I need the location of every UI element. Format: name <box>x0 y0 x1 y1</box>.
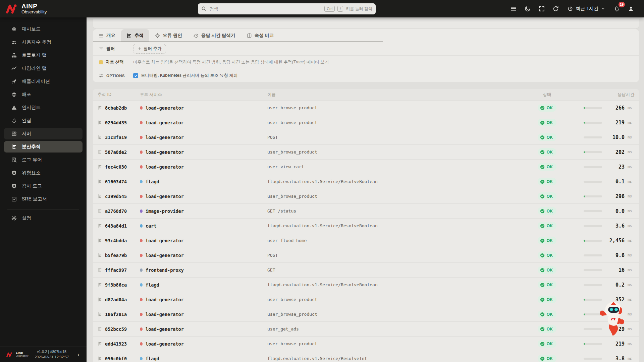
check-circle-icon <box>540 356 545 361</box>
add-filter-button[interactable]: 필터 추가 <box>133 44 166 54</box>
sidebar-item-label: 서버 <box>22 131 31 137</box>
theme-toggle-button[interactable] <box>522 3 533 14</box>
brand-logo[interactable]: AINP Observability <box>0 3 101 14</box>
trace-id: b5fea79b <box>105 253 127 258</box>
span-name: user_browse_product <box>267 194 317 199</box>
refresh-button[interactable] <box>550 3 561 14</box>
trace-table-row[interactable]: 93c4bdda load-generator user_flood_home … <box>93 233 639 248</box>
hamburger-icon <box>511 6 517 12</box>
service-color-dot <box>140 136 143 139</box>
sidebar-item-trace[interactable]: 분산추적 <box>4 141 83 153</box>
status-badge: OK <box>538 192 557 200</box>
duration-unit: ms <box>628 179 634 184</box>
menu-button[interactable] <box>508 3 519 14</box>
sidebar-collapse-button[interactable]: ‹ <box>75 352 82 358</box>
trace-icon <box>98 165 102 169</box>
ainp-logo-small-icon <box>6 352 13 358</box>
trace-icon <box>98 342 102 346</box>
sidebar-item-label: 위험요소 <box>22 170 41 176</box>
time-range-selector[interactable]: 최근 1시간 <box>564 3 608 14</box>
span-name: GET <box>267 267 275 273</box>
col-root-service: 루트 서비스 <box>140 92 267 98</box>
span-name: user_browse_product <box>267 297 317 302</box>
duration-bar <box>584 151 602 153</box>
history-clock-icon <box>568 6 573 11</box>
trace-table-row[interactable]: 587a8de2 load-generator user_browse_prod… <box>93 144 639 159</box>
duration-value: 9.6 <box>605 252 625 258</box>
sidebar-item-shieldlock[interactable]: 위험요소 <box>4 167 83 179</box>
trace-table-row[interactable]: c399d545 load-generator user_browse_prod… <box>93 189 639 203</box>
duration-value: 16 <box>605 267 625 273</box>
trace-table-row[interactable]: a2768d70 image-provider GET /status OK 0… <box>93 203 639 218</box>
trace-table-row[interactable]: 31c8fa19 load-generator POST OK 10.0 ms <box>93 130 639 144</box>
user-menu-button[interactable] <box>625 3 637 14</box>
trace-table-row[interactable]: edd41923 load-generator user_browse_prod… <box>93 336 639 351</box>
checkbox-icon[interactable] <box>133 73 138 78</box>
shieldlock-icon <box>11 170 17 176</box>
sidebar-item-users[interactable]: 사용자수 추정 <box>4 37 83 48</box>
timeline-icon <box>11 66 17 71</box>
sidebar-item-helm[interactable]: 대시보드 <box>4 23 83 35</box>
global-search[interactable]: Ctrl / 키를 눌러 검색 <box>198 3 376 14</box>
trace-table-row[interactable]: 186f281a load-generator user_browse_prod… <box>93 307 639 321</box>
plus-icon <box>138 47 142 51</box>
check-circle-icon <box>540 209 545 214</box>
trace-table-row[interactable]: 9f3b86ca flagd flagd.evaluation.v1.Servi… <box>93 277 639 292</box>
trace-icon <box>98 238 102 243</box>
sidebar-item-warning[interactable]: 인시던트 <box>4 102 83 113</box>
sidebar-item-timeline[interactable]: 타임라인 맵 <box>4 63 83 74</box>
tab-list[interactable]: 개요 <box>93 29 121 42</box>
keycap-slash: / <box>337 6 343 12</box>
sidebar-item-label: 타임라인 맵 <box>22 65 47 71</box>
trace-id: edd41923 <box>105 341 127 347</box>
sidebar-item-bell[interactable]: 알림 <box>4 115 83 126</box>
span-name: user_flood_home <box>267 238 307 243</box>
root-service-name: load-generator <box>146 149 184 155</box>
sidebar-item-gear[interactable]: 설정 <box>4 213 83 224</box>
trace-table-row[interactable]: b5fea79b load-generator POST OK 9.6 ms <box>93 248 639 262</box>
tab-trace[interactable]: 추적 <box>121 29 149 42</box>
sidebar-item-layers[interactable]: 배포 <box>4 89 83 100</box>
exclude-aux-requests-checkbox[interactable]: 모니터링, Kubernetes 관리서버 등의 보조 요청 제외 <box>133 73 237 78</box>
tab-clock[interactable]: 응답 시간 탐색기 <box>188 29 241 42</box>
sidebar-item-logview[interactable]: 로그 뷰어 <box>4 154 83 166</box>
trace-id: c399d545 <box>105 194 127 199</box>
trace-table-row[interactable]: 61603474 flagd flagd.evaluation.v1.Servi… <box>93 174 639 189</box>
duration-bar <box>584 195 602 197</box>
search-input[interactable] <box>209 6 322 11</box>
brand-name: AINP <box>21 3 47 10</box>
trace-table-row[interactable]: 056c0bf0 flagd flagd.evaluation.v1.Servi… <box>93 351 639 362</box>
status-badge: OK <box>538 163 557 171</box>
trace-table-row[interactable]: 852bcc59 load-generator user_get_ads OK … <box>93 321 639 336</box>
duration-unit: ms <box>628 209 634 213</box>
sidebar-item-rocket[interactable]: 애플리케이션 <box>4 76 83 87</box>
status-badge: OK <box>538 104 557 112</box>
assistant-mascot[interactable] <box>598 301 629 337</box>
sidebar-item-shieldsearch[interactable]: 감사 로그 <box>4 180 83 192</box>
span-name: user_browse_product <box>267 120 317 125</box>
trace-icon <box>98 120 102 125</box>
sidebar-item-server[interactable]: 서버 <box>4 128 83 139</box>
trace-table-row[interactable]: d82ad04a load-generator user_browse_prod… <box>93 292 639 307</box>
trace-table-row[interactable]: 643a84d1 cart flagd.evaluation.v1.Servic… <box>93 218 639 233</box>
ainp-logo-icon <box>5 3 18 14</box>
notifications-button[interactable]: 19 <box>611 3 623 14</box>
duration-value: 266 <box>605 105 625 111</box>
sidebar-item-report[interactable]: SRE 보고서 <box>4 193 83 205</box>
root-service-name: cart <box>146 223 157 229</box>
crosshair-icon <box>155 33 160 38</box>
trace-table-row[interactable]: 8cbab2db load-generator user_browse_prod… <box>93 100 639 115</box>
sidebar-item-topology[interactable]: 토폴로지 맵 <box>4 50 83 61</box>
service-color-dot <box>140 121 143 124</box>
trace-table-row[interactable]: fec4c030 load-generator user_view_cart O… <box>93 159 639 174</box>
trace-table-row[interactable]: 0294d435 load-generator user_browse_prod… <box>93 115 639 130</box>
col-response-time: 응답시간 <box>571 92 634 98</box>
trace-table-row[interactable]: fffac997 frontend-proxy GET OK 16 ms <box>93 262 639 277</box>
trace-id: 9f3b86ca <box>105 282 127 288</box>
shieldsearch-icon <box>11 183 17 189</box>
trace-icon <box>98 253 102 257</box>
sidebar-item-label: 배포 <box>22 92 31 98</box>
fullscreen-button[interactable] <box>536 3 547 14</box>
tab-compare[interactable]: 속성 비교 <box>241 29 280 42</box>
tab-crosshair[interactable]: 오류 원인 <box>149 29 188 42</box>
